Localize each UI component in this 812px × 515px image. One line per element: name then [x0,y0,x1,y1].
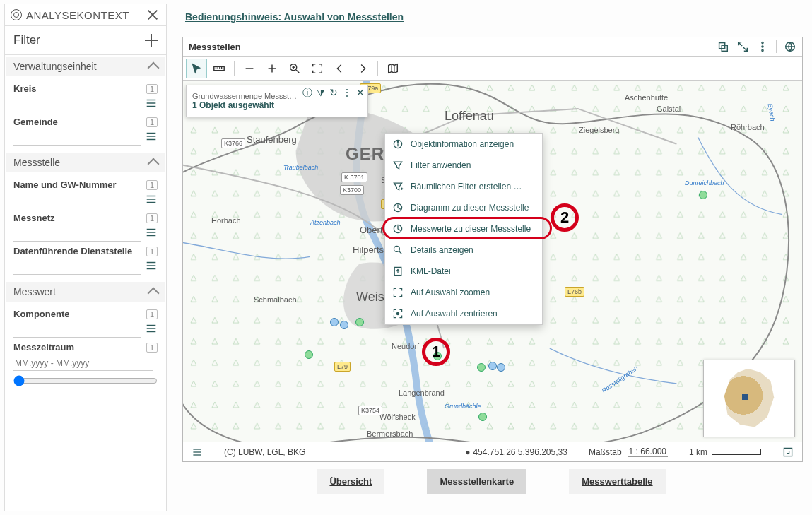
back-icon[interactable] [329,59,351,78]
cm-center-sel[interactable]: Auf Auswahl zentrieren [385,303,542,324]
list-icon[interactable] [145,193,158,208]
marker-blue[interactable] [488,362,497,370]
close-icon[interactable] [146,8,159,21]
marker-green[interactable] [477,363,486,372]
section-header-messwert[interactable]: Messwert [6,282,165,302]
zoom-in-icon[interactable] [261,59,283,78]
svg-point-48 [397,141,398,142]
add-filter-icon[interactable] [145,34,158,47]
map-canvas[interactable]: GERNSBACH Loffenau Weisenbach Staufenber… [183,81,802,461]
map-panel: Messstellen [182,37,803,462]
marker-blue[interactable] [330,318,339,326]
svg-rect-60 [784,448,792,456]
komponente-input[interactable] [13,322,141,338]
globe-icon[interactable] [784,40,796,53]
marker-blue[interactable] [497,363,505,372]
layers-icon[interactable] [192,446,203,458]
marker-green[interactable] [305,350,313,359]
cm-objektinfo[interactable]: Objektinformation anzeigen [385,134,542,155]
gemeinde-input[interactable] [13,130,141,146]
chevron-up-icon [148,158,160,170]
list-icon[interactable] [145,97,158,112]
label-bermersbach: Bermersbach [367,430,413,438]
marker-green[interactable] [478,413,487,421]
map-footer: (C) LUBW, LGL, BKG ● 454.751,26 5.396.20… [183,442,802,461]
list-icon[interactable] [145,130,158,146]
label-roehrbach: Röhrbach [731,123,765,131]
badge: 1 [146,309,158,319]
name-gw-input[interactable] [13,193,141,208]
section-verwaltungseinheit: Verwaltungseinheit Kreis 1 Gemeinde 1 [6,57,165,151]
coords-text: 454.751,26 5.396.205,33 [473,447,567,457]
scalebar-label: 1 km [689,447,707,457]
popup-more-icon[interactable]: ⋮ [342,87,352,100]
fullextent-icon[interactable] [307,59,328,78]
expand-icon[interactable] [736,40,749,53]
minimap[interactable] [703,360,795,437]
copy-icon[interactable] [717,40,729,53]
badge: 1 [146,117,158,127]
popup-selected-count: 1 Objekt ausgewählt [192,100,362,110]
field-label-kreis: Kreis [13,83,37,94]
scale-value[interactable]: 1 : 66.000 [628,446,668,457]
svg-point-56 [396,312,399,314]
info-icon[interactable]: ⓘ [302,87,312,100]
zoom-magnify-icon[interactable] [284,59,305,78]
road-badge: K3700 [340,185,364,195]
zoom-out-icon[interactable] [239,59,260,78]
cm-details[interactable]: Details anzeigen [385,239,542,261]
svg-line-39 [296,69,300,73]
list-icon[interactable] [145,322,158,338]
forward-icon[interactable] [352,59,373,78]
kreis-input[interactable] [13,97,141,112]
marker-blue[interactable] [340,321,348,329]
messzeitraum-slider[interactable] [13,375,158,386]
section-header-verwaltungseinheit[interactable]: Verwaltungseinheit [6,57,165,76]
marker-green[interactable] [699,191,707,199]
ruler-tool[interactable] [208,59,230,78]
label-staufenberg: Staufenberg [247,134,297,145]
selection-popup: ⓘ ⧩ ↻ ⋮ ✕ Grundwassermenge Messst… 1 Obj… [186,85,368,117]
popup-close-icon[interactable]: ✕ [356,87,365,100]
creek-label: Traubelbach [283,164,318,171]
help-link[interactable]: Bedienungshinweis: Auswahl von Messstell… [185,11,404,23]
badge: 1 [146,213,158,223]
tab-messstellenkarte[interactable]: Messstellenkarte [427,469,526,494]
label-neudorf: Neudorf [392,342,419,350]
scalebar [712,449,761,455]
field-label-gemeinde: Gemeinde [13,117,58,127]
filter-row: Filter [5,26,166,55]
cm-diagramm[interactable]: Diagramm zu dieser Messstelle [385,197,542,218]
creek-label: Atzenbach [310,219,341,226]
pointer-tool[interactable] [186,59,207,78]
basemap-icon[interactable] [382,59,404,78]
cm-raum-filter[interactable]: Räumlichen Filter erstellen … [385,176,542,197]
section-header-messstelle[interactable]: Messstelle [6,153,165,172]
analysis-context-sidebar: ANALYSEKONTEXT Filter Verwaltungseinheit… [4,4,167,511]
badge: 1 [146,180,158,190]
refresh-icon[interactable]: ↻ [329,87,338,100]
messnetz-input[interactable] [13,226,141,242]
tab-messwerttabelle[interactable]: Messwerttabelle [569,469,665,494]
attribution-text: (C) LUBW, LGL, BKG [224,447,305,457]
tab-uebersicht[interactable]: Übersicht [317,469,384,494]
filter-add-icon[interactable]: ⧩ [317,87,325,100]
svg-point-28 [762,49,763,51]
cm-zoom-sel[interactable]: Auf Auswahl zoomen [385,282,542,303]
field-label-messzeitraum: Messzeitraum [13,342,74,353]
svg-line-54 [399,251,402,254]
list-icon[interactable] [145,259,158,275]
field-label-name-gw: Name und GW-Nummer [13,179,117,190]
dienststelle-input[interactable] [13,259,141,275]
field-label-dienststelle: Datenführende Dienststelle [13,246,132,256]
svg-line-25 [743,47,747,51]
marker-green[interactable] [355,318,364,326]
more-icon[interactable] [756,40,769,53]
cm-kml[interactable]: KML-Datei [385,261,542,282]
cm-filter-anwenden[interactable]: Filter anwenden [385,155,542,176]
list-icon[interactable] [145,226,158,242]
footer-expand-icon[interactable] [782,446,794,458]
bottom-tabs: Übersicht Messstellenkarte Messwerttabel… [181,469,801,494]
creek-label: Dunreichbach [685,179,724,187]
messzeitraum-input[interactable] [13,355,153,371]
